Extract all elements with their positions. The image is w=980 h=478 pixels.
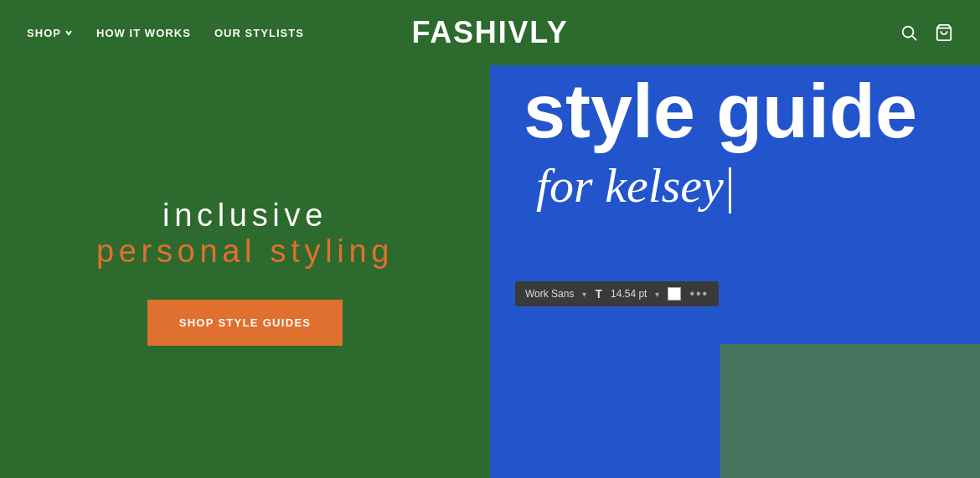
toolbar-text-icon: T xyxy=(595,287,602,301)
our-stylists-link[interactable]: OUR STYLISTS xyxy=(214,27,304,39)
hero-green-overlay xyxy=(720,344,980,478)
nav-shop-link[interactable]: SHOP xyxy=(27,27,73,39)
toolbar-font-name: Work Sans xyxy=(525,288,574,300)
svg-point-0 xyxy=(903,27,914,38)
search-icon xyxy=(900,23,918,42)
nav-actions xyxy=(900,23,953,42)
cart-button[interactable] xyxy=(935,23,953,42)
toolbar-font-size: 14.54 pt xyxy=(611,288,647,300)
hero-right-panel: style guide for kelsey Work Sans ▾ T 14.… xyxy=(490,65,980,478)
hero-italic-text: for kelsey xyxy=(536,157,731,213)
how-it-works-link[interactable]: HOW IT WORKS xyxy=(96,27,191,39)
hero-left-panel: inclusive personal styling SHOP STYLE GU… xyxy=(0,65,490,478)
text-toolbar: Work Sans ▾ T 14.54 pt ▾ ••• xyxy=(515,281,719,306)
hero-tagline-styling: personal styling xyxy=(96,234,394,270)
toolbar-font-arrow: ▾ xyxy=(582,290,586,299)
hero-tagline-inclusive: inclusive xyxy=(162,198,328,234)
shop-label: SHOP xyxy=(27,27,61,39)
site-logo[interactable]: FASHIVLY xyxy=(411,15,568,50)
toolbar-more-options[interactable]: ••• xyxy=(689,286,709,301)
svg-line-1 xyxy=(912,36,916,40)
hero-section: inclusive personal styling SHOP STYLE GU… xyxy=(0,65,980,478)
toolbar-color-swatch xyxy=(668,287,681,301)
hero-big-text: style guide xyxy=(524,74,917,149)
cart-icon xyxy=(935,23,953,42)
text-cursor xyxy=(729,167,731,213)
chevron-down-icon xyxy=(64,28,73,37)
navbar: SHOP HOW IT WORKS OUR STYLISTS FASHIVLY xyxy=(0,0,980,65)
search-button[interactable] xyxy=(900,23,918,42)
nav-links: SHOP HOW IT WORKS OUR STYLISTS xyxy=(27,27,304,39)
shop-style-guides-button[interactable]: SHOP STYLE GUIDES xyxy=(147,300,343,346)
toolbar-size-arrow: ▾ xyxy=(655,290,659,299)
